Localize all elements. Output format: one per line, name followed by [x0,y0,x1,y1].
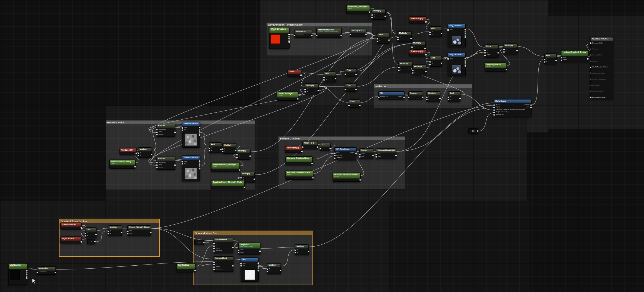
node-add-uv2[interactable]: AddAB [430,56,442,67]
node-multiply-noisemax[interactable]: MultiplyAB [372,9,386,20]
node-lightvector-param[interactable]: LightVectorParam [8,263,27,285]
pin-G[interactable] [258,266,259,268]
node-multiply-sun-1[interactable]: MultiplyAB [267,263,281,274]
node-horizon-gradientscale[interactable]: Horizon_GradientScaleParam [285,171,313,180]
pin-R[interactable] [465,60,466,61]
pin-A[interactable] [426,97,427,98]
pin-Base[interactable] [359,154,360,155]
pin-R[interactable] [289,36,290,37]
node-spheremask-1[interactable]: SphereMaskABRadiusHardness [214,238,233,253]
node-largedot[interactable]: LargedotStatic Switch ParamTrueFalse [238,243,260,255]
pin-B[interactable] [267,271,268,272]
pin-B[interactable] [503,51,504,52]
node-texcoord-sky1[interactable]: TexCoord[0] [409,17,427,24]
pin-Coordinate[interactable] [156,162,157,163]
pin-output[interactable] [425,21,427,22]
pin-R[interactable] [199,129,200,130]
pin-normal[interactable] [590,60,591,62]
pin-A[interactable] [267,268,268,270]
pin-A[interactable] [108,231,109,232]
node-spheremask-2[interactable]: SphereMaskABRadiusHardness [214,256,233,272]
pin-Alpha[interactable] [531,107,532,108]
pin-B[interactable] [544,61,545,63]
node-frac-1[interactable]: Frac [345,68,356,76]
pin-True[interactable] [561,57,562,58]
pin-in[interactable] [320,148,321,149]
pin-R[interactable] [199,162,200,164]
node-multiply-fade[interactable]: MultiplyAB [426,91,440,102]
node-sky-texture-1[interactable]: Sky_TextureUVs [448,24,466,47]
pin-Speed[interactable] [156,134,157,135]
pin-Min[interactable] [375,154,377,155]
pin-A[interactable] [377,38,378,39]
node-lerp-sky[interactable]: LerpABAlpha [485,44,498,57]
pin-opacity-mask[interactable] [590,54,591,56]
node-constant-05-sun[interactable]: 0.5 [194,240,204,245]
pin-RGB[interactable] [199,127,200,128]
node-texture-sample-2[interactable]: Texture SampleUVsTex [182,156,200,181]
pin-A[interactable] [465,65,466,67]
pin-R[interactable] [465,31,466,32]
pin-Hardness[interactable] [213,269,214,270]
pin-B[interactable] [377,41,378,42]
pin-R[interactable] [26,272,27,273]
node-skybrightness[interactable]: SkyBrightnessParam [485,63,507,72]
pin-A[interactable] [236,154,238,156]
pin-A[interactable] [138,152,139,154]
node-add-top[interactable]: AddAB [377,33,389,44]
pin-False[interactable] [561,60,562,61]
node-texcoord-sky2[interactable]: TexCoord[0] [409,49,427,57]
pin-Time[interactable] [156,131,157,133]
pin-Min[interactable] [127,231,128,232]
pin-in[interactable] [345,73,346,75]
pin-B[interactable] [371,17,373,18]
pin-B[interactable] [222,151,223,152]
pin-A[interactable] [544,59,545,60]
pin-RGB[interactable] [289,34,290,35]
node-light-vector[interactable]: Light Vector [60,237,82,244]
pin-B[interactable] [295,252,296,253]
pin-B[interactable] [209,150,210,151]
node-fr-function[interactable]: FRMultiply (1)Result [378,91,405,100]
pin-VectorInput[interactable] [294,35,295,36]
pin-B[interactable] [138,155,139,156]
pin-Bias (S)[interactable] [334,155,335,156]
node-constant-2[interactable]: 2 [87,239,95,244]
node-sunradius[interactable]: SunRadiusParam [177,263,196,272]
pin-output[interactable] [587,58,588,60]
node-multiply-uv2b[interactable]: MultiplyAB [412,65,426,75]
pin-Time[interactable] [156,164,157,166]
pin-Results[interactable] [531,104,532,105]
node-dot-product[interactable]: DotAB [85,228,96,238]
pin-Contrast (S)[interactable] [493,114,495,116]
pin-B[interactable] [448,99,449,100]
pin-Tex[interactable] [182,129,183,131]
pin-output[interactable] [81,241,82,243]
node-add-breakup[interactable]: AddAB [209,142,221,153]
node-frac-2[interactable]: Frac [345,83,356,92]
node-multiply-time[interactable]: MultiplyAB [305,83,318,94]
pin-G[interactable] [26,274,27,275]
pin-B[interactable] [397,39,399,40]
pin-B[interactable] [429,64,431,65]
pin-output[interactable] [136,153,137,154]
node-multiply-uv1a[interactable]: MultiplyAB [397,31,411,42]
node-horizon-gradientpower[interactable]: Horizon_GradientPowerParam [333,173,361,182]
pin-A[interactable] [398,67,399,68]
pin-A[interactable] [465,36,466,38]
pin-A[interactable] [213,243,214,244]
node-transform-vector[interactable]: TransformVectorTangent Space to World Sp… [316,28,342,38]
pin-A[interactable] [411,46,412,48]
pin-Transition Phase (S) Lerp Alpha No Contrast[interactable] [493,109,495,111]
pin-UVs[interactable] [447,29,449,30]
pin-G[interactable] [465,61,466,63]
pin-in[interactable] [408,97,409,98]
pin-Scale (S)[interactable] [334,157,335,159]
node-panner-2[interactable]: PannerCoordinateTimeSpeed [156,157,175,170]
pin-Radius[interactable] [213,248,214,249]
pin-output[interactable] [301,151,302,152]
pin-A[interactable] [26,277,27,279]
node-multiply-breakup-2[interactable]: MultiplyAB [236,149,250,160]
node-breakupnoise-strength[interactable]: BreakupNoise_StrengthParam [211,163,240,172]
pin-Multiply (1)[interactable] [378,97,379,98]
